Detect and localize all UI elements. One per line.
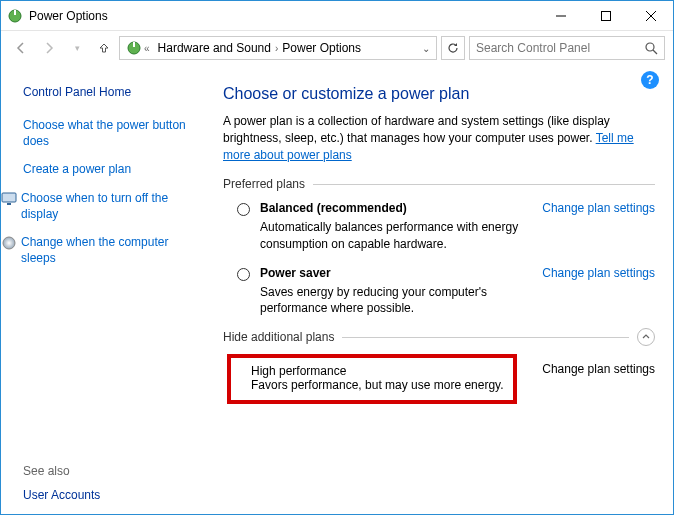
divider xyxy=(313,184,655,185)
breadcrumb-seg-hardware[interactable]: Hardware and Sound xyxy=(154,41,275,55)
window-title: Power Options xyxy=(29,9,538,23)
help-icon[interactable]: ? xyxy=(641,71,659,89)
control-panel-home-link[interactable]: Control Panel Home xyxy=(23,85,199,99)
minimize-button[interactable] xyxy=(538,1,583,30)
plan-name[interactable]: High performance xyxy=(251,364,504,378)
task-turn-off-display[interactable]: Choose when to turn off the display xyxy=(21,190,199,222)
window-controls xyxy=(538,1,673,30)
close-button[interactable] xyxy=(628,1,673,30)
plan-desc: Favors performance, but may use more ene… xyxy=(251,378,504,392)
svg-point-8 xyxy=(646,43,654,51)
plan-name[interactable]: Balanced (recommended) xyxy=(260,201,526,215)
page-title: Choose or customize a power plan xyxy=(223,85,655,103)
change-plan-settings-link[interactable]: Change plan settings xyxy=(542,201,655,251)
address-bar[interactable]: « Hardware and Sound › Power Options ⌄ xyxy=(119,36,437,60)
radio-balanced[interactable] xyxy=(237,203,250,216)
address-dropdown[interactable]: ⌄ xyxy=(418,43,434,54)
breadcrumb-seg-power[interactable]: Power Options xyxy=(278,41,365,55)
page-description: A power plan is a collection of hardware… xyxy=(223,113,655,163)
power-options-icon xyxy=(7,8,23,24)
search-icon[interactable] xyxy=(645,42,658,55)
task-create-power-plan[interactable]: Create a power plan xyxy=(23,161,199,177)
svg-line-9 xyxy=(653,50,657,54)
see-also: See also User Accounts xyxy=(23,464,100,502)
forward-button[interactable] xyxy=(37,36,61,60)
main-panel: ? Choose or customize a power plan A pow… xyxy=(211,71,673,514)
user-accounts-link[interactable]: User Accounts xyxy=(23,488,100,502)
change-plan-settings-link[interactable]: Change plan settings xyxy=(542,266,655,316)
content-area: Control Panel Home Choose what the power… xyxy=(1,65,673,514)
section-label-text: Hide additional plans xyxy=(223,330,334,344)
plan-power-saver: Power saver Saves energy by reducing you… xyxy=(223,264,655,328)
plan-desc: Automatically balances performance with … xyxy=(260,219,526,251)
plan-desc: Saves energy by reducing your computer's… xyxy=(260,284,526,316)
svg-rect-3 xyxy=(601,11,610,20)
plan-balanced: Balanced (recommended) Automatically bal… xyxy=(223,199,655,263)
titlebar: Power Options xyxy=(1,1,673,31)
sidebar: Control Panel Home Choose what the power… xyxy=(1,71,211,514)
refresh-button[interactable] xyxy=(441,36,465,60)
highlight-box: High performance Favors performance, but… xyxy=(227,354,517,404)
up-button[interactable] xyxy=(93,36,115,60)
moon-icon xyxy=(1,235,17,251)
desc-text: A power plan is a collection of hardware… xyxy=(223,114,610,145)
svg-rect-7 xyxy=(133,42,135,47)
search-placeholder: Search Control Panel xyxy=(476,41,590,55)
task-computer-sleep[interactable]: Change when the computer sleeps xyxy=(21,234,199,266)
hide-additional-plans-header[interactable]: Hide additional plans xyxy=(223,328,655,346)
task-label: Choose when to turn off the display xyxy=(21,191,168,221)
maximize-button[interactable] xyxy=(583,1,628,30)
task-label: Change when the computer sleeps xyxy=(21,235,168,265)
svg-rect-11 xyxy=(7,203,11,205)
navbar: ▾ « Hardware and Sound › Power Options ⌄… xyxy=(1,31,673,65)
plan-high-performance-row: High performance Favors performance, but… xyxy=(223,354,655,404)
change-plan-settings-link[interactable]: Change plan settings xyxy=(542,362,655,376)
section-label-text: Preferred plans xyxy=(223,177,305,191)
preferred-plans-header: Preferred plans xyxy=(223,177,655,191)
collapse-toggle[interactable] xyxy=(637,328,655,346)
address-root-icon[interactable]: « xyxy=(122,40,154,56)
display-icon xyxy=(1,191,17,207)
see-also-label: See also xyxy=(23,464,100,478)
divider xyxy=(342,337,629,338)
svg-point-12 xyxy=(3,237,15,249)
svg-rect-1 xyxy=(14,10,16,15)
back-button[interactable] xyxy=(9,36,33,60)
radio-power-saver[interactable] xyxy=(237,268,250,281)
svg-rect-10 xyxy=(2,193,16,202)
task-choose-power-button[interactable]: Choose what the power button does xyxy=(23,117,199,149)
window: Power Options ▾ « xyxy=(0,0,674,515)
recent-dropdown[interactable]: ▾ xyxy=(65,36,89,60)
search-input[interactable]: Search Control Panel xyxy=(469,36,665,60)
plan-name[interactable]: Power saver xyxy=(260,266,526,280)
